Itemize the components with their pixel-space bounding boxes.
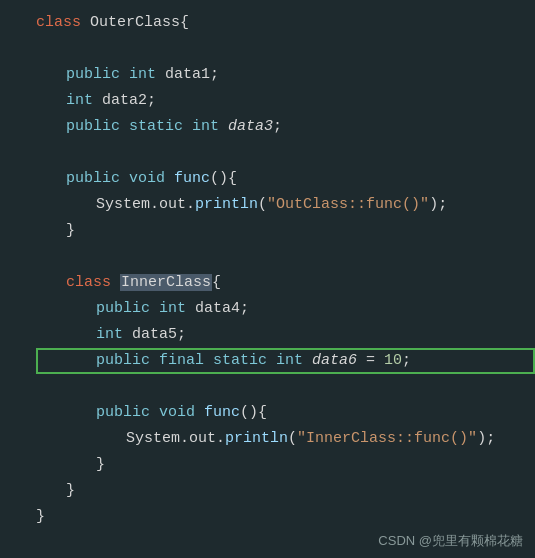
token-punct: ( (258, 196, 267, 213)
token-punct: ; (147, 92, 156, 109)
token-plain: System (126, 430, 180, 447)
token-varname: data4 (195, 300, 240, 317)
token-punct: } (66, 482, 75, 499)
code-content: public void func(){ (28, 402, 267, 425)
watermark: CSDN @兜里有颗棉花糖 (378, 532, 523, 550)
token-punct: ; (210, 66, 219, 83)
token-type: int (276, 352, 312, 369)
token-punct: ( (288, 430, 297, 447)
code-content: class OuterClass{ (28, 12, 189, 35)
code-line: public void func(){ (0, 400, 535, 426)
code-content: } (28, 480, 75, 503)
code-content (28, 376, 45, 399)
token-punct: } (96, 456, 105, 473)
code-line: class OuterClass{ (0, 10, 535, 36)
code-line (0, 36, 535, 62)
token-punct: = (357, 352, 384, 369)
token-punct: { (180, 14, 189, 31)
token-punct: ; (240, 300, 249, 317)
code-line: class InnerClass{ (0, 270, 535, 296)
token-punct: } (36, 508, 45, 525)
token-punct: . (150, 196, 159, 213)
token-type: int (66, 92, 102, 109)
token-punct: ); (429, 196, 447, 213)
token-classname-hl: InnerClass (120, 274, 212, 291)
token-kw2: static (213, 352, 276, 369)
code-line: int data5; (0, 322, 535, 348)
token-type: void (159, 404, 204, 421)
code-line (0, 244, 535, 270)
token-plain: out (189, 430, 216, 447)
code-line: public static int data3; (0, 114, 535, 140)
token-punct: . (186, 196, 195, 213)
code-line: System.out.println("OutClass::func()"); (0, 192, 535, 218)
token-type: int (96, 326, 132, 343)
token-italic-var: data3 (228, 118, 273, 135)
token-string: "InnerClass::func()" (297, 430, 477, 447)
token-kw: class (66, 274, 120, 291)
token-string: "OutClass::func()" (267, 196, 429, 213)
code-line: System.out.println("InnerClass::func()")… (0, 426, 535, 452)
token-kw2: public (66, 118, 129, 135)
token-varname: data5 (132, 326, 177, 343)
token-italic-var: data6 (312, 352, 357, 369)
code-line: } (0, 478, 535, 504)
token-type: void (129, 170, 174, 187)
token-plain: System (96, 196, 150, 213)
code-line: int data2; (0, 88, 535, 114)
code-line: public int data1; (0, 62, 535, 88)
token-plain: out (159, 196, 186, 213)
token-kw2: public (66, 170, 129, 187)
token-punct: . (216, 430, 225, 447)
code-content: public static int data3; (28, 116, 282, 139)
token-punct: (){ (240, 404, 267, 421)
code-line: } (0, 504, 535, 530)
code-content: int data2; (28, 90, 156, 113)
code-content: } (28, 454, 105, 477)
token-type: int (129, 66, 165, 83)
token-method: func (204, 404, 240, 421)
code-line: public int data4; (0, 296, 535, 322)
token-kw2: public (96, 352, 159, 369)
token-punct: . (180, 430, 189, 447)
token-varname: data2 (102, 92, 147, 109)
code-content (28, 142, 45, 165)
code-line: } (0, 452, 535, 478)
code-content: } (28, 220, 75, 243)
code-content: public void func(){ (28, 168, 237, 191)
token-punct: ; (177, 326, 186, 343)
code-line: } (0, 218, 535, 244)
token-punct: } (66, 222, 75, 239)
token-punct: ); (477, 430, 495, 447)
token-punct: ; (402, 352, 411, 369)
code-container: class OuterClass{ public int data1;int d… (0, 0, 535, 558)
code-line: public final static int data6 = 10; (0, 348, 535, 374)
token-punct: { (212, 274, 221, 291)
code-content: public final static int data6 = 10; (28, 350, 411, 373)
token-num: 10 (384, 352, 402, 369)
token-type: int (192, 118, 228, 135)
token-kw2: static (129, 118, 192, 135)
code-content: public int data1; (28, 64, 219, 87)
token-punct: (){ (210, 170, 237, 187)
code-line (0, 140, 535, 166)
token-varname: data1 (165, 66, 210, 83)
token-punct: ; (273, 118, 282, 135)
code-content (28, 246, 45, 269)
code-content: class InnerClass{ (28, 272, 221, 295)
code-content: System.out.println("OutClass::func()"); (28, 194, 447, 217)
token-method: println (195, 196, 258, 213)
code-content: int data5; (28, 324, 186, 347)
code-line: public void func(){ (0, 166, 535, 192)
code-content: public int data4; (28, 298, 249, 321)
token-classname: OuterClass (90, 14, 180, 31)
token-method: func (174, 170, 210, 187)
code-line (0, 374, 535, 400)
token-kw2: public (66, 66, 129, 83)
token-type: int (159, 300, 195, 317)
token-kw2: public (96, 300, 159, 317)
code-content: System.out.println("InnerClass::func()")… (28, 428, 495, 451)
token-kw: class (36, 14, 90, 31)
token-kw2: public (96, 404, 159, 421)
code-content: } (28, 506, 45, 529)
